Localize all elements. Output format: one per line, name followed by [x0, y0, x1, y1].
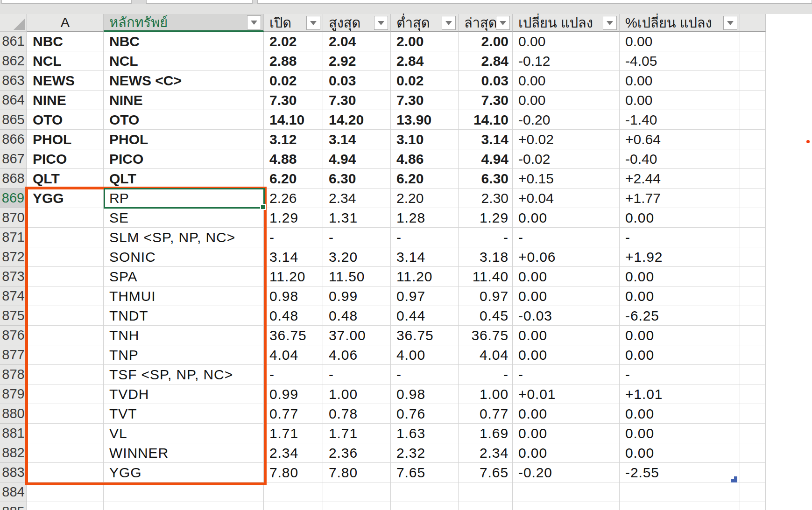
cell-low[interactable]: 2.84: [391, 51, 459, 71]
row-header[interactable]: 871: [0, 228, 27, 247]
cell-a[interactable]: [27, 208, 104, 228]
cell-name[interactable]: NEWS <C>: [104, 71, 264, 91]
cell-pct[interactable]: -0.40: [620, 149, 740, 169]
row-header[interactable]: 872: [0, 247, 27, 267]
cell-open[interactable]: 1.71: [264, 424, 323, 443]
cell-pct[interactable]: 0.00: [620, 208, 740, 228]
cell-pct[interactable]: -2.55: [620, 463, 740, 482]
cell-a[interactable]: [27, 286, 104, 306]
cell-low[interactable]: 3.14: [391, 247, 459, 267]
cell-a[interactable]: [27, 384, 104, 404]
cell-open[interactable]: 7.80: [264, 463, 323, 482]
cell-high[interactable]: 2.34: [323, 189, 391, 208]
cell-a[interactable]: [27, 326, 104, 345]
cell-x[interactable]: [740, 32, 766, 51]
cell-chg[interactable]: [513, 502, 620, 510]
select-all-corner[interactable]: [0, 14, 27, 32]
cell-low[interactable]: 7.65: [391, 463, 459, 482]
column-header-a[interactable]: A: [27, 14, 104, 32]
cell-x[interactable]: [740, 404, 766, 424]
cell-chg[interactable]: -: [513, 365, 620, 384]
cell-chg[interactable]: -0.02: [513, 149, 620, 169]
cell-last[interactable]: -: [459, 228, 513, 247]
cell-low[interactable]: 11.20: [391, 267, 459, 286]
cell-open[interactable]: 2.26: [264, 189, 323, 208]
cell-last[interactable]: 2.30: [459, 189, 513, 208]
row-header[interactable]: 867: [0, 149, 27, 169]
cell-last[interactable]: 2.00: [459, 32, 513, 51]
cell-a[interactable]: NEWS: [27, 71, 104, 91]
cell-open[interactable]: 0.02: [264, 71, 323, 91]
cell-a[interactable]: NCL: [27, 51, 104, 71]
cell-chg[interactable]: -0.03: [513, 306, 620, 326]
cell-high[interactable]: 7.30: [323, 91, 391, 110]
cell-x[interactable]: [740, 482, 766, 502]
cell-x[interactable]: [740, 189, 766, 208]
cell-last[interactable]: 0.03: [459, 71, 513, 91]
cell-name[interactable]: VL: [104, 424, 264, 443]
cell-name[interactable]: OTO: [104, 110, 264, 130]
cell-chg[interactable]: 0.00: [513, 326, 620, 345]
name-box-remnant[interactable]: [1, 0, 132, 4]
cell-high[interactable]: 2.04: [323, 32, 391, 51]
cell-a[interactable]: PICO: [27, 149, 104, 169]
cell-chg[interactable]: 0.00: [513, 443, 620, 463]
cell-last[interactable]: 14.10: [459, 110, 513, 130]
cell-open[interactable]: 3.14: [264, 247, 323, 267]
cell-chg[interactable]: 0.00: [513, 32, 620, 51]
cell-last[interactable]: [459, 482, 513, 502]
row-header[interactable]: 876: [0, 326, 27, 345]
cell-a[interactable]: [27, 365, 104, 384]
cell-chg[interactable]: +0.15: [513, 169, 620, 189]
row-header[interactable]: 883: [0, 463, 27, 482]
cell-open[interactable]: 4.88: [264, 149, 323, 169]
cell-name[interactable]: NINE: [104, 91, 264, 110]
cell-name[interactable]: NCL: [104, 51, 264, 71]
cell-name[interactable]: THMUI: [104, 286, 264, 306]
cell-last[interactable]: -: [459, 365, 513, 384]
fill-handle[interactable]: [260, 204, 266, 210]
cell-name[interactable]: TNDT: [104, 306, 264, 326]
cell-last[interactable]: 36.75: [459, 326, 513, 345]
cell-open[interactable]: 0.98: [264, 286, 323, 306]
cell-name[interactable]: QLT: [104, 169, 264, 189]
cell-chg[interactable]: -0.20: [513, 110, 620, 130]
row-header[interactable]: 884: [0, 482, 27, 502]
filter-button-pct-change[interactable]: [723, 16, 737, 30]
cell-last[interactable]: 1.00: [459, 384, 513, 404]
cell-x[interactable]: [740, 306, 766, 326]
cell-low[interactable]: 2.00: [391, 32, 459, 51]
cell-pct[interactable]: +0.64: [620, 130, 740, 149]
row-header[interactable]: 875: [0, 306, 27, 326]
cell-open[interactable]: 2.02: [264, 32, 323, 51]
column-header-security[interactable]: หลักทรัพย์: [104, 14, 264, 32]
cell-chg[interactable]: -0.20: [513, 463, 620, 482]
cell-a[interactable]: [27, 345, 104, 365]
row-header[interactable]: 864: [0, 91, 27, 110]
cell-chg[interactable]: +0.04: [513, 189, 620, 208]
cell-open[interactable]: 4.04: [264, 345, 323, 365]
row-header[interactable]: 882: [0, 443, 27, 463]
cell-chg[interactable]: [513, 482, 620, 502]
cell-chg[interactable]: 0.00: [513, 208, 620, 228]
cell-open[interactable]: 14.10: [264, 110, 323, 130]
cell-last[interactable]: 11.40: [459, 267, 513, 286]
cell-a[interactable]: NINE: [27, 91, 104, 110]
cell-open[interactable]: 2.34: [264, 443, 323, 463]
cell-open[interactable]: 0.48: [264, 306, 323, 326]
cell-open[interactable]: 1.29: [264, 208, 323, 228]
cell-x[interactable]: [740, 169, 766, 189]
cell-pct[interactable]: +1.92: [620, 247, 740, 267]
cell-name[interactable]: PHOL: [104, 130, 264, 149]
cell-low[interactable]: 1.63: [391, 424, 459, 443]
filter-button-change[interactable]: [603, 16, 617, 30]
cell-last[interactable]: 0.77: [459, 404, 513, 424]
cell-pct[interactable]: 0.00: [620, 286, 740, 306]
cell-x[interactable]: [740, 247, 766, 267]
row-header[interactable]: 874: [0, 286, 27, 306]
cell-high[interactable]: 1.71: [323, 424, 391, 443]
cell-high[interactable]: 1.31: [323, 208, 391, 228]
cell-low[interactable]: 36.75: [391, 326, 459, 345]
cell-pct[interactable]: 0.00: [620, 91, 740, 110]
cell-low[interactable]: 2.32: [391, 443, 459, 463]
